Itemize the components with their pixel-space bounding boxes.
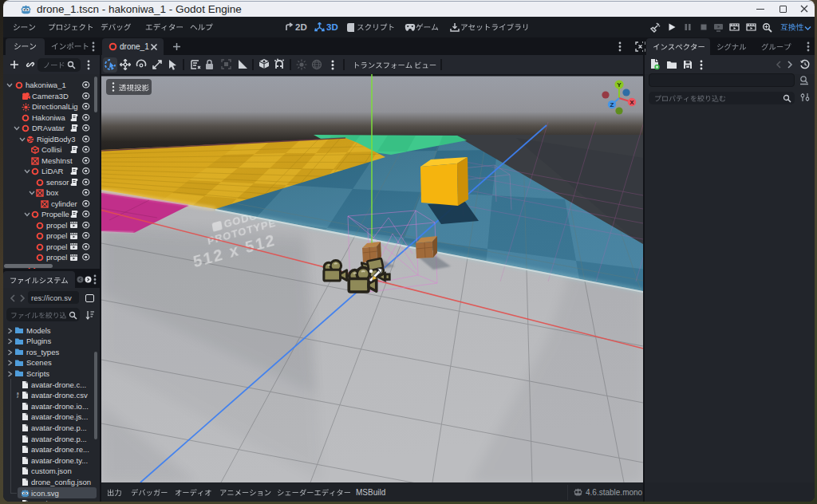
svg-text:Z: Z <box>610 101 614 108</box>
svg-text:Y: Y <box>617 81 622 89</box>
svg-text:X: X <box>630 99 634 106</box>
